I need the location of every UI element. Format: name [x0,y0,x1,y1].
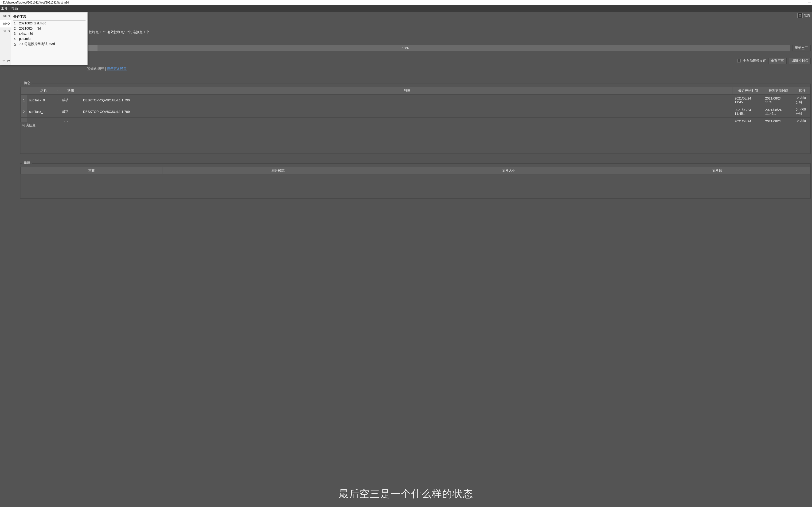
cell-run: 0小时0分钟 [794,95,810,106]
cell-name: subTask_0 [27,95,60,106]
recent-name: 20210824.m3d [19,26,41,30]
show-more-settings-link[interactable]: 显示更多设置 [107,67,126,71]
shortcut-close[interactable]: trl+W [0,57,11,65]
recent-num: 3 [14,32,17,36]
cell-update: 2021/08/24 11:45... [763,95,794,106]
menu-tools[interactable]: 工具 [1,7,7,11]
col-update[interactable]: 最近更新时间 [763,87,794,95]
col-msg[interactable]: 消息 [81,87,733,95]
file-menu-dropdown: trl+N trl+O trl+S trl+W 最近工程 120210824te… [0,12,88,65]
info-panel-title: 信息 [22,81,32,85]
user-area: 您好 [798,13,811,18]
menu-help[interactable]: 帮助 [11,7,18,11]
recent-num: 5 [14,42,17,46]
recent-file-item[interactable]: 220210824.m3d [13,26,86,31]
cell-start: 2021/08/24 11:45... [733,95,763,106]
recent-num: 2 [14,26,17,30]
error-panel-title: 错误信息 [20,122,810,128]
menubar: 工具 帮助 [0,5,812,12]
file-menu-shortcuts: trl+N trl+O trl+S trl+W [0,12,11,65]
col-name[interactable]: 名称▾ [27,87,60,95]
minimize-icon[interactable]: — [808,1,811,4]
col-tile-size[interactable]: 瓦片大小 [393,167,624,174]
recent-file-item[interactable]: 5799分割照片组测试.m3d [13,41,86,47]
rerun-at-button[interactable]: 重新空三 [792,45,811,51]
cell-msg: DESKTOP-CQV8CJU,4.1.1.799 [81,95,733,106]
progress-text: 10% [20,45,790,51]
recent-name: 20210824test.m3d [19,21,46,25]
recent-name: sxhx.m3d [19,32,33,36]
rebuild-panel-title: 重建 [22,161,32,165]
sort-icon: ▾ [57,89,58,91]
cell-msg: DESKTOP-CQV8CJU,4.1.1.799 [81,106,733,118]
cell-status: 成功 [60,95,81,106]
auto-model-label: 全自动建模设置 [743,59,766,63]
recent-name: 799分割照片组测试.m3d [19,42,55,46]
at-toolbar: 全自动建模设置 重置空三 编辑控制点 [737,58,811,64]
col-start[interactable]: 最近开始时间 [733,87,763,95]
row-index: 2 [21,106,27,118]
col-partition-mode[interactable]: 划分模式 [163,167,393,174]
edit-control-points-button[interactable]: 编辑控制点 [789,58,811,64]
row-index: 1 [21,95,27,106]
shortcut-open[interactable]: trl+O [0,20,11,27]
titlebar-path: - D:/sharebuf/project/20210824test/20210… [1,1,69,4]
reset-at-button[interactable]: 重置空三 [768,58,786,64]
cell-update: 2021/08/24 11:45... [763,106,794,118]
table-row[interactable]: 1subTask_0成功DESKTOP-CQV8CJU,4.1.1.799202… [21,95,810,106]
recent-file-item[interactable]: 3sxhx.m3d [13,31,86,36]
recent-name: pzc.m3d [19,37,32,41]
video-subtitle: 最后空三是一个什么样的状态 [0,487,812,500]
strategy-line: 置策略:增强 | 显示更多设置 [87,67,126,71]
rebuild-panel: 重建 重建 划分模式 瓦片大小 瓦片数 [20,163,811,199]
recent-file-item[interactable]: 4pzc.m3d [13,36,86,41]
auto-model-checkbox[interactable] [737,59,741,62]
progress-row: 10% 重新空三 [20,45,811,52]
col-rebuild-name[interactable]: 重建 [21,167,163,174]
error-panel: 错误信息 [20,122,811,154]
avatar-icon[interactable] [798,13,803,18]
recent-file-item[interactable]: 120210824test.m3d [13,21,86,26]
cell-run: 0小时0分钟 [794,106,810,118]
col-run[interactable]: 运行 [794,87,810,95]
cell-start: 2021/08/24 11:45... [733,106,763,118]
user-greeting: 您好 [804,13,811,17]
recent-header: 最近工程 [13,14,86,21]
recent-num: 1 [14,21,17,25]
titlebar: - D:/sharebuf/project/20210824test/20210… [0,0,812,5]
col-tile-count[interactable]: 瓦片数 [624,167,810,174]
shortcut-save[interactable]: trl+S [0,27,11,35]
recent-num: 4 [14,37,17,41]
cell-status: 成功 [60,106,81,118]
strategy-text: 置策略:增强 | [87,67,107,71]
col-index[interactable] [21,87,27,95]
rebuild-table: 重建 划分模式 瓦片大小 瓦片数 [20,167,810,174]
shortcut-new[interactable]: trl+N [0,12,11,20]
progress-bar: 10% [20,45,791,51]
cell-name: subTask_1 [27,106,60,118]
table-row[interactable]: 2subTask_1成功DESKTOP-CQV8CJU,4.1.1.799202… [21,106,810,118]
window-controls: — [808,1,811,4]
control-points-stats: 控制点: 0个, 有效控制点: 0个, 连接点: 0个 [89,30,149,34]
col-status[interactable]: 状态 [60,87,81,95]
